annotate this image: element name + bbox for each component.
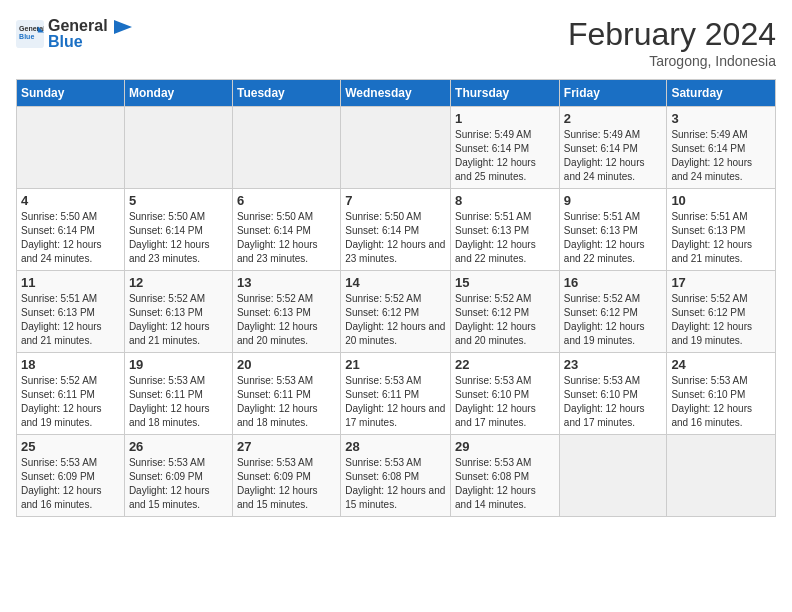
table-row: 12 Sunrise: 5:52 AMSunset: 6:13 PMDaylig… (124, 271, 232, 353)
table-row: 21 Sunrise: 5:53 AMSunset: 6:11 PMDaylig… (341, 353, 451, 435)
day-number: 27 (237, 439, 336, 454)
day-info: Sunrise: 5:53 AMSunset: 6:11 PMDaylight:… (129, 375, 210, 428)
calendar-week-row: 18 Sunrise: 5:52 AMSunset: 6:11 PMDaylig… (17, 353, 776, 435)
table-row: 11 Sunrise: 5:51 AMSunset: 6:13 PMDaylig… (17, 271, 125, 353)
header-wednesday: Wednesday (341, 80, 451, 107)
table-row: 20 Sunrise: 5:53 AMSunset: 6:11 PMDaylig… (232, 353, 340, 435)
day-number: 25 (21, 439, 120, 454)
day-info: Sunrise: 5:52 AMSunset: 6:12 PMDaylight:… (671, 293, 752, 346)
day-number: 17 (671, 275, 771, 290)
day-number: 11 (21, 275, 120, 290)
table-row: 19 Sunrise: 5:53 AMSunset: 6:11 PMDaylig… (124, 353, 232, 435)
table-row: 10 Sunrise: 5:51 AMSunset: 6:13 PMDaylig… (667, 189, 776, 271)
day-number: 20 (237, 357, 336, 372)
day-number: 5 (129, 193, 228, 208)
day-number: 29 (455, 439, 555, 454)
day-number: 12 (129, 275, 228, 290)
table-row: 16 Sunrise: 5:52 AMSunset: 6:12 PMDaylig… (559, 271, 667, 353)
day-info: Sunrise: 5:53 AMSunset: 6:08 PMDaylight:… (345, 457, 445, 510)
table-row (124, 107, 232, 189)
day-info: Sunrise: 5:49 AMSunset: 6:14 PMDaylight:… (455, 129, 536, 182)
logo-blue: Blue (48, 33, 132, 51)
table-row: 4 Sunrise: 5:50 AMSunset: 6:14 PMDayligh… (17, 189, 125, 271)
table-row: 27 Sunrise: 5:53 AMSunset: 6:09 PMDaylig… (232, 435, 340, 517)
day-info: Sunrise: 5:53 AMSunset: 6:11 PMDaylight:… (237, 375, 318, 428)
header-tuesday: Tuesday (232, 80, 340, 107)
header-sunday: Sunday (17, 80, 125, 107)
table-row: 5 Sunrise: 5:50 AMSunset: 6:14 PMDayligh… (124, 189, 232, 271)
table-row: 23 Sunrise: 5:53 AMSunset: 6:10 PMDaylig… (559, 353, 667, 435)
calendar-table: Sunday Monday Tuesday Wednesday Thursday… (16, 79, 776, 517)
header-saturday: Saturday (667, 80, 776, 107)
table-row: 15 Sunrise: 5:52 AMSunset: 6:12 PMDaylig… (451, 271, 560, 353)
day-number: 23 (564, 357, 663, 372)
table-row: 28 Sunrise: 5:53 AMSunset: 6:08 PMDaylig… (341, 435, 451, 517)
table-row: 2 Sunrise: 5:49 AMSunset: 6:14 PMDayligh… (559, 107, 667, 189)
day-number: 22 (455, 357, 555, 372)
day-number: 8 (455, 193, 555, 208)
table-row (341, 107, 451, 189)
table-row: 1 Sunrise: 5:49 AMSunset: 6:14 PMDayligh… (451, 107, 560, 189)
calendar-week-row: 1 Sunrise: 5:49 AMSunset: 6:14 PMDayligh… (17, 107, 776, 189)
day-info: Sunrise: 5:51 AMSunset: 6:13 PMDaylight:… (564, 211, 645, 264)
day-info: Sunrise: 5:52 AMSunset: 6:12 PMDaylight:… (455, 293, 536, 346)
header-friday: Friday (559, 80, 667, 107)
table-row: 22 Sunrise: 5:53 AMSunset: 6:10 PMDaylig… (451, 353, 560, 435)
day-info: Sunrise: 5:53 AMSunset: 6:08 PMDaylight:… (455, 457, 536, 510)
table-row: 8 Sunrise: 5:51 AMSunset: 6:13 PMDayligh… (451, 189, 560, 271)
logo-arrow-icon (114, 20, 132, 34)
day-info: Sunrise: 5:53 AMSunset: 6:10 PMDaylight:… (455, 375, 536, 428)
day-number: 16 (564, 275, 663, 290)
day-info: Sunrise: 5:50 AMSunset: 6:14 PMDaylight:… (345, 211, 445, 264)
day-info: Sunrise: 5:52 AMSunset: 6:11 PMDaylight:… (21, 375, 102, 428)
table-row: 25 Sunrise: 5:53 AMSunset: 6:09 PMDaylig… (17, 435, 125, 517)
header-monday: Monday (124, 80, 232, 107)
calendar-title: February 2024 (568, 16, 776, 53)
day-info: Sunrise: 5:50 AMSunset: 6:14 PMDaylight:… (129, 211, 210, 264)
day-number: 10 (671, 193, 771, 208)
day-info: Sunrise: 5:52 AMSunset: 6:12 PMDaylight:… (345, 293, 445, 346)
logo-icon: General Blue (16, 20, 44, 48)
table-row: 18 Sunrise: 5:52 AMSunset: 6:11 PMDaylig… (17, 353, 125, 435)
day-number: 6 (237, 193, 336, 208)
day-info: Sunrise: 5:50 AMSunset: 6:14 PMDaylight:… (237, 211, 318, 264)
table-row: 26 Sunrise: 5:53 AMSunset: 6:09 PMDaylig… (124, 435, 232, 517)
day-number: 1 (455, 111, 555, 126)
calendar-subtitle: Tarogong, Indonesia (568, 53, 776, 69)
table-row (232, 107, 340, 189)
day-number: 2 (564, 111, 663, 126)
day-number: 7 (345, 193, 446, 208)
day-info: Sunrise: 5:51 AMSunset: 6:13 PMDaylight:… (455, 211, 536, 264)
header-thursday: Thursday (451, 80, 560, 107)
day-info: Sunrise: 5:52 AMSunset: 6:13 PMDaylight:… (129, 293, 210, 346)
svg-text:Blue: Blue (19, 33, 34, 40)
day-info: Sunrise: 5:53 AMSunset: 6:10 PMDaylight:… (564, 375, 645, 428)
day-info: Sunrise: 5:53 AMSunset: 6:10 PMDaylight:… (671, 375, 752, 428)
svg-marker-4 (114, 20, 132, 34)
table-row: 24 Sunrise: 5:53 AMSunset: 6:10 PMDaylig… (667, 353, 776, 435)
day-number: 15 (455, 275, 555, 290)
day-info: Sunrise: 5:52 AMSunset: 6:12 PMDaylight:… (564, 293, 645, 346)
calendar-week-row: 25 Sunrise: 5:53 AMSunset: 6:09 PMDaylig… (17, 435, 776, 517)
day-number: 28 (345, 439, 446, 454)
logo: General Blue General Blue (16, 16, 132, 51)
table-row (17, 107, 125, 189)
day-number: 14 (345, 275, 446, 290)
calendar-week-row: 4 Sunrise: 5:50 AMSunset: 6:14 PMDayligh… (17, 189, 776, 271)
table-row: 13 Sunrise: 5:52 AMSunset: 6:13 PMDaylig… (232, 271, 340, 353)
day-info: Sunrise: 5:52 AMSunset: 6:13 PMDaylight:… (237, 293, 318, 346)
day-number: 24 (671, 357, 771, 372)
day-info: Sunrise: 5:53 AMSunset: 6:09 PMDaylight:… (129, 457, 210, 510)
day-number: 13 (237, 275, 336, 290)
table-row (559, 435, 667, 517)
table-row: 14 Sunrise: 5:52 AMSunset: 6:12 PMDaylig… (341, 271, 451, 353)
table-row: 3 Sunrise: 5:49 AMSunset: 6:14 PMDayligh… (667, 107, 776, 189)
calendar-title-area: February 2024 Tarogong, Indonesia (568, 16, 776, 69)
table-row: 7 Sunrise: 5:50 AMSunset: 6:14 PMDayligh… (341, 189, 451, 271)
page-header: General Blue General Blue February 2024 … (16, 16, 776, 69)
day-info: Sunrise: 5:49 AMSunset: 6:14 PMDaylight:… (564, 129, 645, 182)
day-number: 26 (129, 439, 228, 454)
day-number: 9 (564, 193, 663, 208)
calendar-week-row: 11 Sunrise: 5:51 AMSunset: 6:13 PMDaylig… (17, 271, 776, 353)
day-info: Sunrise: 5:50 AMSunset: 6:14 PMDaylight:… (21, 211, 102, 264)
